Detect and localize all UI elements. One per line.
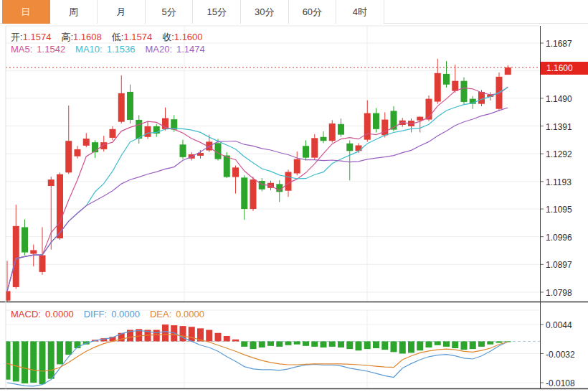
candle-body — [373, 113, 379, 129]
macd-hist-bar — [391, 341, 397, 352]
macd-hist-bar — [435, 341, 441, 345]
macd-hist-bar — [22, 341, 28, 383]
macd-tick-label: -0.0108 — [546, 378, 585, 388]
candle-body — [452, 81, 458, 91]
macd-hist-bar — [215, 333, 222, 342]
macd-hist-bar — [321, 341, 327, 347]
macd-hist-bar — [329, 341, 336, 346]
candle-body — [224, 156, 230, 177]
ma10-label: MA10: — [75, 44, 103, 55]
tab-15min[interactable]: 15分 — [193, 0, 241, 24]
macd-label: MACD: — [11, 309, 41, 319]
candle-body — [145, 126, 151, 137]
candle-body — [100, 142, 107, 149]
candle-body — [22, 227, 28, 252]
macd-hist-bar — [426, 341, 432, 347]
macd-hist-bar — [259, 341, 265, 347]
candle-body — [321, 137, 327, 141]
candle-body — [30, 250, 37, 253]
ma-info-row: MA5:1.1542MA10:1.1536MA20:1.1474 — [11, 44, 215, 55]
tab-week[interactable]: 周 — [50, 0, 98, 24]
macd-hist-bar — [364, 341, 371, 349]
candle-body — [303, 146, 309, 157]
macd-hist-bar — [276, 341, 283, 346]
candle-body — [461, 81, 468, 102]
macd-hist-bar — [461, 341, 468, 350]
macd-hist-bar — [232, 340, 239, 342]
tab-60min[interactable]: 60分 — [289, 0, 337, 24]
macd-hist-bar — [13, 341, 19, 381]
tab-30min[interactable]: 30分 — [241, 0, 289, 24]
dea-label: DEA: — [150, 309, 171, 319]
macd-hist-bar — [224, 336, 230, 341]
candle-body — [57, 174, 63, 238]
candle-body — [4, 291, 11, 300]
candle-body — [13, 226, 19, 287]
tab-4hour[interactable]: 4时 — [336, 0, 384, 24]
close-value: 1.1600 — [174, 32, 203, 42]
macd-hist-bar — [206, 330, 212, 341]
candle-body — [417, 117, 423, 121]
candle-body — [127, 92, 133, 120]
high-label: 高: — [61, 32, 73, 42]
dea-value: 0.0000 — [176, 309, 204, 319]
diff-value: 0.0000 — [111, 309, 140, 319]
ma5-line — [7, 87, 508, 291]
open-value: 1.1574 — [23, 32, 52, 42]
candle-body — [496, 77, 503, 109]
current-price-badge: 1.1600 — [541, 62, 588, 75]
macd-value: 0.0000 — [45, 309, 74, 319]
macd-hist-bar — [417, 341, 423, 350]
candle-body — [241, 177, 247, 209]
macd-hist-bar — [57, 341, 63, 364]
macd-hist-bar — [311, 341, 318, 346]
macd-hist-bar — [399, 341, 406, 353]
candle-body — [39, 255, 46, 271]
candle-body — [294, 159, 300, 174]
macd-hist-bar — [65, 341, 72, 355]
macd-hist-bar — [241, 341, 247, 346]
macd-hist-bar — [303, 341, 309, 345]
price-tick-label: 1.1095 — [546, 205, 585, 215]
price-tick-label: 1.1292 — [546, 149, 585, 159]
candle-body — [83, 139, 90, 146]
candle-body — [118, 93, 125, 122]
candle-body — [356, 145, 362, 151]
low-label: 低: — [112, 32, 124, 42]
macd-hist-bar — [496, 341, 503, 342]
macd-hist-bar — [452, 341, 458, 348]
ma5-label: MA5: — [11, 44, 32, 55]
macd-hist-bar — [189, 327, 195, 341]
candle-body — [136, 120, 142, 139]
macd-hist-bar — [285, 341, 292, 345]
price-tick-label: 1.0996 — [546, 233, 585, 243]
candle-body — [75, 149, 81, 157]
macd-hist-bar — [294, 341, 300, 344]
candle-body — [478, 92, 485, 104]
tab-day[interactable]: 日 — [2, 0, 50, 24]
candlestick-chart[interactable] — [0, 0, 588, 392]
tab-5min[interactable]: 5分 — [146, 0, 194, 24]
price-tick-label: 1.1391 — [546, 122, 585, 132]
price-tick-label: 1.0897 — [546, 260, 585, 270]
macd-hist-bar — [408, 341, 414, 353]
candle-body — [391, 111, 397, 129]
candle-body — [426, 99, 432, 120]
macd-hist-bar — [356, 341, 362, 350]
candle-body — [435, 73, 441, 102]
tab-month[interactable]: 月 — [98, 0, 146, 24]
candle-body — [65, 141, 72, 172]
low-value: 1.1574 — [123, 32, 152, 42]
interval-tabbar: 日周月5分15分30分60分4时 — [0, 0, 588, 24]
dea-line — [7, 335, 508, 371]
macd-hist-bar — [346, 341, 353, 349]
macd-hist-bar — [180, 326, 186, 341]
macd-hist-bar — [373, 341, 379, 348]
candle-body — [110, 129, 116, 138]
macd-hist-bar — [4, 341, 11, 379]
candle-body — [285, 172, 292, 191]
macd-hist-bar — [48, 341, 54, 378]
ma20-value: 1.1474 — [176, 44, 205, 55]
macd-tick-label: -0.0032 — [546, 350, 585, 360]
price-tick-label: 1.1687 — [546, 39, 585, 49]
